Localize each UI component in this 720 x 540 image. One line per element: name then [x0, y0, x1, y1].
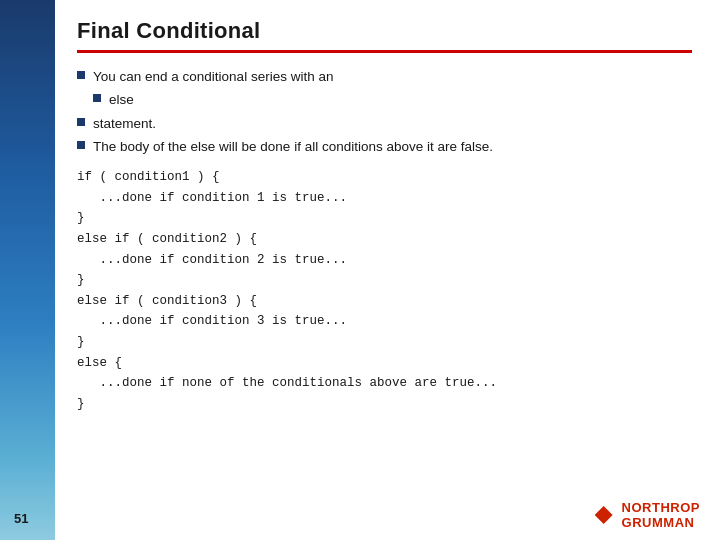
code-line-3: } [77, 208, 692, 229]
code-line-1: if ( condition1 ) { [77, 167, 692, 188]
code-line-7: else if ( condition3 ) { [77, 291, 692, 312]
list-item: statement. [77, 114, 692, 134]
page-number: 51 [14, 511, 28, 526]
bullet-icon [77, 118, 85, 126]
list-item: The body of the else will be done if all… [77, 137, 692, 157]
main-content-area: Final Conditional You can end a conditio… [55, 0, 720, 540]
list-item: else [93, 90, 692, 110]
bullet-text-4: The body of the else will be done if all… [93, 137, 692, 157]
code-line-9: } [77, 332, 692, 353]
code-line-10: else { [77, 353, 692, 374]
code-line-6: } [77, 270, 692, 291]
bullet-icon [77, 141, 85, 149]
left-accent-bar [0, 0, 55, 540]
code-line-8: ...done if condition 3 is true... [77, 311, 692, 332]
bullets-section: You can end a conditional series with an… [77, 67, 692, 157]
bullet-text-1: You can end a conditional series with an [93, 67, 692, 87]
bullet-text-2: else [109, 90, 692, 110]
bullet-text-3: statement. [93, 114, 692, 134]
logo-grumman: GRUMMAN [622, 515, 700, 530]
bullet-icon [93, 94, 101, 102]
code-line-4: else if ( condition2 ) { [77, 229, 692, 250]
code-block: if ( condition1 ) { ...done if condition… [77, 167, 692, 415]
code-line-12: } [77, 394, 692, 415]
code-line-5: ...done if condition 2 is true... [77, 250, 692, 271]
logo-text: NORTHROP GRUMMAN [622, 500, 700, 530]
list-item: You can end a conditional series with an [77, 67, 692, 87]
code-line-11: ...done if none of the conditionals abov… [77, 373, 692, 394]
page-title: Final Conditional [77, 18, 692, 44]
logo-northrop: NORTHROP [622, 500, 700, 515]
title-underline [77, 50, 692, 53]
logo-icon [595, 506, 613, 524]
code-line-2: ...done if condition 1 is true... [77, 188, 692, 209]
bullet-icon [77, 71, 85, 79]
company-logo: NORTHROP GRUMMAN [595, 500, 700, 530]
